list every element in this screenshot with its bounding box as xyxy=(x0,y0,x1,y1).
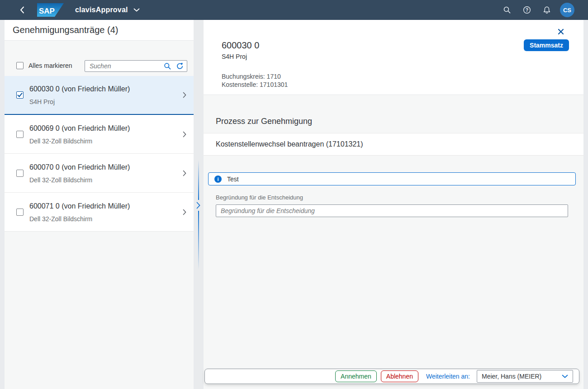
list-item[interactable]: 600071 0 (von Friedrich Müller) Dell 32-… xyxy=(5,193,194,232)
item-subtitle: Dell 32-Zoll Bildschirm xyxy=(29,215,130,223)
shell-bar: SAP clavisApproval ? CS xyxy=(0,0,588,20)
app-title: clavisApproval xyxy=(75,6,128,14)
close-icon xyxy=(558,28,564,35)
process-step-label: Kostenstellenwechsel beantragen (1710132… xyxy=(216,140,363,148)
item-subtitle: Dell 32-Zoll Bildschirm xyxy=(29,176,130,184)
detail-subtitle: S4H Proj xyxy=(222,53,583,60)
master-filler xyxy=(5,232,194,389)
forward-to-select[interactable]: Meier, Hans (MEIER) xyxy=(477,370,573,383)
detail-header: 600030 0 S4H Proj Stammsatz Buchungskrei… xyxy=(204,20,583,95)
reason-input[interactable] xyxy=(216,204,568,217)
search-go-button[interactable] xyxy=(164,62,171,70)
search-input[interactable] xyxy=(90,62,160,70)
item-subtitle: Dell 32-Zoll Bildschirm xyxy=(29,138,130,145)
detail-content: Prozess zur Genehmigung Kostenstellenwec… xyxy=(204,95,583,389)
shell-search-button[interactable] xyxy=(503,6,511,14)
reject-button[interactable]: Ablehnen xyxy=(381,370,418,382)
shell-actions: ? CS xyxy=(503,3,574,17)
help-button[interactable]: ? xyxy=(523,6,531,14)
select-all-checkbox[interactable] xyxy=(16,62,24,69)
info-icon: i xyxy=(214,176,222,183)
help-icon: ? xyxy=(523,6,531,14)
refresh-icon xyxy=(176,62,183,70)
approval-process-section-title: Prozess zur Genehmigung xyxy=(216,117,583,126)
svg-text:?: ? xyxy=(526,8,528,13)
detail-panel: 600030 0 S4H Proj Stammsatz Buchungskrei… xyxy=(204,20,583,389)
close-detail-button[interactable] xyxy=(557,28,564,35)
chevron-right-icon xyxy=(183,131,186,138)
master-record-button[interactable]: Stammsatz xyxy=(524,39,569,51)
item-checkbox[interactable] xyxy=(16,170,24,177)
item-text: 600070 0 (von Friedrich Müller) Dell 32-… xyxy=(29,163,130,184)
message-strip-text: Test xyxy=(227,176,239,183)
master-toolbar: Alles markieren xyxy=(5,41,194,76)
list-search-field xyxy=(85,60,187,72)
reason-label: Begründung für die Entscheidung xyxy=(216,194,583,201)
back-icon xyxy=(20,6,24,14)
forward-to-value: Meier, Hans (MEIER) xyxy=(482,373,541,380)
item-text: 600069 0 (von Friedrich Müller) Dell 32-… xyxy=(29,124,130,145)
process-step-row[interactable]: Kostenstellenwechsel beantragen (1710132… xyxy=(204,133,583,156)
item-title: 600069 0 (von Friedrich Müller) xyxy=(29,124,130,133)
info-message-strip: i Test xyxy=(208,172,576,185)
item-checkbox[interactable] xyxy=(16,91,24,99)
bell-icon xyxy=(543,6,551,14)
search-icon xyxy=(164,62,171,70)
splitter-expand-button[interactable] xyxy=(196,202,200,211)
approve-button[interactable]: Annehmen xyxy=(335,370,377,382)
approval-request-list: 600030 0 (von Friedrich Müller) S4H Proj… xyxy=(5,76,194,232)
chevron-down-icon xyxy=(133,8,140,12)
back-button[interactable] xyxy=(18,5,26,14)
item-checkbox[interactable] xyxy=(16,131,24,138)
sap-logo-text: SAP xyxy=(39,7,55,15)
item-text: 600030 0 (von Friedrich Müller) S4H Proj xyxy=(29,85,130,105)
splitter-line xyxy=(198,211,199,270)
master-header: Genehmigungsanträge (4) xyxy=(5,20,194,41)
app-root: Genehmigungsanträge (4) Alles markieren xyxy=(0,20,588,389)
item-title: 600070 0 (von Friedrich Müller) xyxy=(29,163,130,171)
chevron-right-icon xyxy=(183,209,186,215)
user-avatar[interactable]: CS xyxy=(560,3,574,17)
select-all-label: Alles markieren xyxy=(28,62,72,69)
attribute-kostenstelle: Kostenstelle: 17101301 xyxy=(222,81,583,89)
chevron-right-icon xyxy=(196,202,200,209)
chevron-right-icon xyxy=(183,92,186,98)
panel-splitter[interactable] xyxy=(194,20,204,389)
list-item[interactable]: 600070 0 (von Friedrich Müller) Dell 32-… xyxy=(5,154,194,193)
notifications-button[interactable] xyxy=(543,6,551,14)
item-text: 600071 0 (von Friedrich Müller) Dell 32-… xyxy=(29,202,130,223)
item-subtitle: S4H Proj xyxy=(29,98,130,105)
item-title: 600030 0 (von Friedrich Müller) xyxy=(29,85,130,93)
search-icon xyxy=(503,6,511,14)
forward-to-label: Weiterleiten an: xyxy=(426,373,470,380)
footer-action-bar: Annehmen Ablehnen Weiterleiten an: Meier… xyxy=(204,369,579,384)
attribute-buchungskreis: Buchungskreis: 1710 xyxy=(222,72,583,81)
detail-attributes: Buchungskreis: 1710 Kostenstelle: 171013… xyxy=(222,72,583,89)
refresh-button[interactable] xyxy=(175,62,183,70)
list-item[interactable]: 600069 0 (von Friedrich Müller) Dell 32-… xyxy=(5,115,194,154)
splitter-line xyxy=(198,160,199,200)
select-all-group: Alles markieren xyxy=(16,62,72,69)
item-title: 600071 0 (von Friedrich Müller) xyxy=(29,202,130,210)
master-title: Genehmigungsanträge (4) xyxy=(13,25,118,35)
chevron-right-icon xyxy=(183,170,186,176)
chevron-down-icon xyxy=(562,375,568,378)
sap-logo: SAP xyxy=(37,3,64,17)
master-panel: Genehmigungsanträge (4) Alles markieren xyxy=(5,20,194,389)
item-checkbox[interactable] xyxy=(16,209,24,216)
list-item[interactable]: 600030 0 (von Friedrich Müller) S4H Proj xyxy=(5,76,194,115)
app-title-menu-button[interactable] xyxy=(133,8,140,12)
